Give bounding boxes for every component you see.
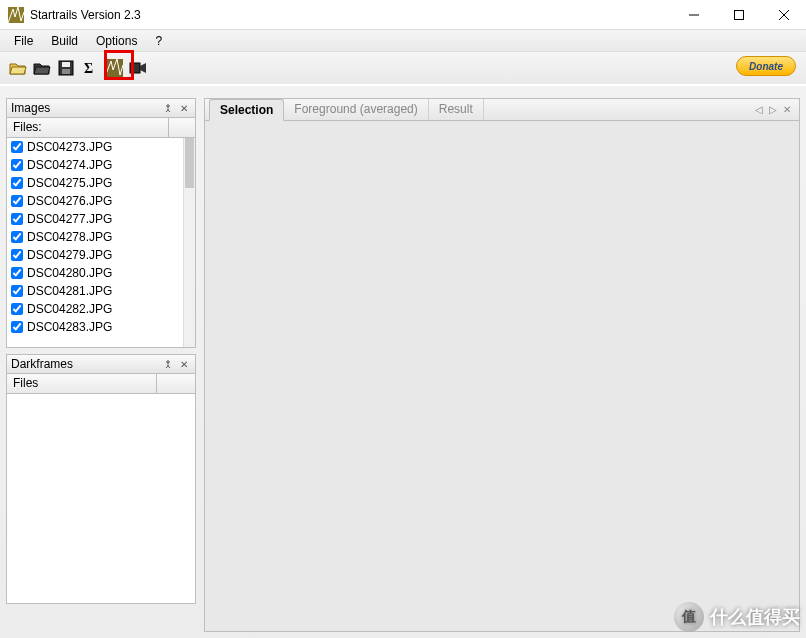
file-list[interactable]: DSC04273.JPGDSC04274.JPGDSC04275.JPGDSC0… <box>7 138 183 347</box>
file-checkbox[interactable] <box>11 285 23 297</box>
minimize-button[interactable] <box>671 0 716 29</box>
file-checkbox[interactable] <box>11 213 23 225</box>
tab-nav-prev-icon[interactable]: ◁ <box>753 104 765 115</box>
titlebar: Startrails Version 2.3 <box>0 0 806 30</box>
build-startrails-icon <box>105 59 123 77</box>
window-title: Startrails Version 2.3 <box>30 8 671 22</box>
menu-build[interactable]: Build <box>43 32 86 50</box>
tab-foreground[interactable]: Foreground (averaged) <box>284 99 428 120</box>
file-name: DSC04273.JPG <box>27 140 112 154</box>
left-column: Images ✕ Files: DSC04273.JPGDSC04274.JPG… <box>6 98 196 632</box>
pin-icon[interactable] <box>161 357 175 371</box>
tab-nav: ◁ ▷ ✕ <box>753 99 795 120</box>
save-button[interactable] <box>55 57 77 79</box>
open-images-button[interactable] <box>7 57 29 79</box>
darkframes-column-stub <box>157 374 195 394</box>
open-darkframes-button[interactable] <box>31 57 53 79</box>
toolbar: Σ Donate <box>0 52 806 84</box>
file-name: DSC04280.JPG <box>27 266 112 280</box>
close-panel-icon[interactable]: ✕ <box>177 101 191 115</box>
video-button[interactable] <box>127 57 149 79</box>
menubar: File Build Options ? <box>0 30 806 52</box>
pin-icon[interactable] <box>161 101 175 115</box>
files-column-header[interactable]: Files: <box>7 118 169 138</box>
file-name: DSC04279.JPG <box>27 248 112 262</box>
images-panel: Images ✕ Files: DSC04273.JPGDSC04274.JPG… <box>6 98 196 348</box>
svg-rect-10 <box>130 63 140 73</box>
open-images-icon <box>9 60 27 76</box>
file-checkbox[interactable] <box>11 267 23 279</box>
file-checkbox[interactable] <box>11 141 23 153</box>
build-startrails-button[interactable] <box>103 57 125 79</box>
tab-nav-close-icon[interactable]: ✕ <box>781 104 793 115</box>
file-name: DSC04281.JPG <box>27 284 112 298</box>
video-icon <box>129 61 147 75</box>
menu-options[interactable]: Options <box>88 32 145 50</box>
file-row[interactable]: DSC04276.JPG <box>7 192 183 210</box>
open-darkframes-icon <box>33 60 51 76</box>
images-panel-body: Files: DSC04273.JPGDSC04274.JPGDSC04275.… <box>6 118 196 348</box>
file-row[interactable]: DSC04279.JPG <box>7 246 183 264</box>
donate-button[interactable]: Donate <box>736 56 796 76</box>
file-row[interactable]: DSC04282.JPG <box>7 300 183 318</box>
app-icon <box>8 7 24 23</box>
average-button[interactable]: Σ <box>79 57 101 79</box>
file-checkbox[interactable] <box>11 231 23 243</box>
file-checkbox[interactable] <box>11 303 23 315</box>
svg-text:Σ: Σ <box>84 61 93 76</box>
darkframes-panel-title: Darkframes <box>11 357 73 371</box>
close-button[interactable] <box>761 0 806 29</box>
files-column-stub <box>169 118 195 138</box>
svg-rect-7 <box>62 69 70 74</box>
file-name: DSC04282.JPG <box>27 302 112 316</box>
darkframes-panel: Darkframes ✕ Files <box>6 354 196 604</box>
file-name: DSC04278.JPG <box>27 230 112 244</box>
tab-result[interactable]: Result <box>429 99 484 120</box>
scrollbar-thumb[interactable] <box>185 138 194 188</box>
file-name: DSC04276.JPG <box>27 194 112 208</box>
file-name: DSC04275.JPG <box>27 176 112 190</box>
file-checkbox[interactable] <box>11 159 23 171</box>
close-panel-icon[interactable]: ✕ <box>177 357 191 371</box>
images-panel-header[interactable]: Images ✕ <box>6 98 196 118</box>
darkframes-column-header[interactable]: Files <box>7 374 157 394</box>
file-checkbox[interactable] <box>11 321 23 333</box>
file-name: DSC04274.JPG <box>27 158 112 172</box>
tab-nav-next-icon[interactable]: ▷ <box>767 104 779 115</box>
images-panel-title: Images <box>11 101 50 115</box>
file-row[interactable]: DSC04273.JPG <box>7 138 183 156</box>
file-checkbox[interactable] <box>11 195 23 207</box>
file-row[interactable]: DSC04275.JPG <box>7 174 183 192</box>
average-icon: Σ <box>82 60 98 76</box>
workspace: Images ✕ Files: DSC04273.JPGDSC04274.JPG… <box>0 86 806 638</box>
file-row[interactable]: DSC04278.JPG <box>7 228 183 246</box>
darkframes-panel-body: Files <box>6 374 196 604</box>
file-row[interactable]: DSC04280.JPG <box>7 264 183 282</box>
file-row[interactable]: DSC04277.JPG <box>7 210 183 228</box>
svg-rect-6 <box>62 62 70 67</box>
file-checkbox[interactable] <box>11 249 23 261</box>
tab-selection[interactable]: Selection <box>209 99 284 121</box>
menu-help[interactable]: ? <box>147 32 170 50</box>
preview-canvas[interactable] <box>205 121 799 631</box>
svg-rect-2 <box>734 10 743 19</box>
maximize-button[interactable] <box>716 0 761 29</box>
darkframes-panel-header[interactable]: Darkframes ✕ <box>6 354 196 374</box>
file-row[interactable]: DSC04283.JPG <box>7 318 183 336</box>
tab-strip: Selection Foreground (averaged) Result ◁… <box>205 99 799 121</box>
scrollbar[interactable] <box>183 138 195 347</box>
main-view: Selection Foreground (averaged) Result ◁… <box>204 98 800 632</box>
save-icon <box>58 60 74 76</box>
file-row[interactable]: DSC04274.JPG <box>7 156 183 174</box>
file-row[interactable]: DSC04281.JPG <box>7 282 183 300</box>
file-name: DSC04283.JPG <box>27 320 112 334</box>
file-name: DSC04277.JPG <box>27 212 112 226</box>
file-checkbox[interactable] <box>11 177 23 189</box>
menu-file[interactable]: File <box>6 32 41 50</box>
